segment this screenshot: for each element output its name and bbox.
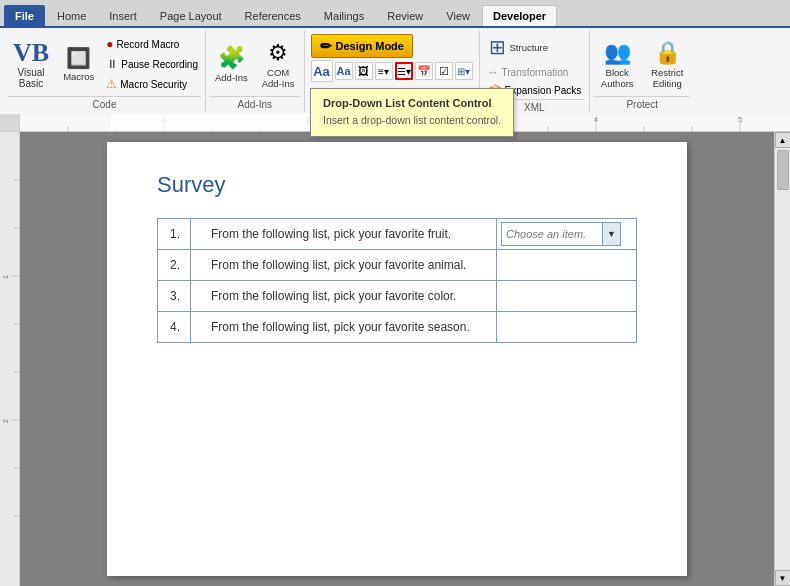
record-macro-button[interactable]: ● Record Macro — [103, 35, 201, 53]
date-ctrl-button[interactable]: 📅 — [415, 62, 433, 80]
svg-text:2: 2 — [2, 419, 9, 423]
dropdown-control[interactable]: Choose an item.▼ — [501, 222, 621, 246]
pause-recording-button[interactable]: ⏸ Pause Recording — [103, 55, 201, 73]
scroll-down-button[interactable]: ▼ — [775, 570, 791, 586]
survey-table: 1.From the following list, pick your fav… — [157, 218, 637, 343]
macros-icon: 🔲 — [66, 46, 91, 70]
block-authors-icon: 👥 — [604, 40, 631, 66]
table-row: 2.From the following list, pick your fav… — [158, 250, 637, 281]
tooltip: Drop-Down List Content Control Insert a … — [310, 88, 514, 137]
answer-cell — [497, 312, 637, 343]
structure-button[interactable]: ⊞ Structure — [484, 32, 564, 62]
vertical-scrollbar: ▲ ▼ — [774, 132, 790, 586]
question-number: 3. — [158, 281, 191, 312]
group-code: VB Visual Basic 🔲 Macros ● Record Macro … — [4, 30, 206, 112]
protect-group-label: Protect — [594, 96, 690, 110]
question-text: From the following list, pick your favor… — [191, 250, 497, 281]
dropdown-placeholder: Choose an item. — [502, 226, 602, 242]
question-number: 1. — [158, 219, 191, 250]
add-ins-icon: 🧩 — [218, 45, 245, 71]
scroll-track[interactable] — [775, 148, 790, 570]
rich-text-ctrl-button[interactable]: Aa — [311, 60, 333, 82]
com-icon: ⚙ — [268, 40, 288, 66]
design-mode-button[interactable]: ✏ Design Mode — [311, 34, 413, 58]
tab-insert[interactable]: Insert — [98, 5, 148, 26]
table-row: 1.From the following list, pick your fav… — [158, 219, 637, 250]
question-text: From the following list, pick your favor… — [191, 219, 497, 250]
com-add-ins-button[interactable]: ⚙ COM Add-Ins — [257, 37, 300, 92]
group-addins: 🧩 Add-Ins ⚙ COM Add-Ins Add-Ins — [206, 30, 305, 112]
document-page: Survey 1.From the following list, pick y… — [107, 142, 687, 576]
pause-icon: ⏸ — [106, 57, 118, 71]
svg-text:4: 4 — [594, 116, 598, 123]
tab-mailings[interactable]: Mailings — [313, 5, 375, 26]
tooltip-title: Drop-Down List Content Control — [323, 97, 501, 109]
visual-basic-label: Visual Basic — [18, 67, 45, 89]
tooltip-body: Insert a drop-down list content control. — [323, 113, 501, 128]
add-ins-button[interactable]: 🧩 Add-Ins — [210, 42, 253, 86]
dropdown-ctrl-icon: ☰▾ — [397, 66, 411, 77]
visual-basic-button[interactable]: VB Visual Basic — [8, 37, 54, 92]
plain-text-ctrl-button[interactable]: Aa — [335, 62, 353, 80]
scroll-thumb[interactable] — [777, 150, 789, 190]
tab-page-layout[interactable]: Page Layout — [149, 5, 233, 26]
design-mode-icon: ✏ — [320, 38, 332, 54]
transformation-button[interactable]: ↔ Transformation — [484, 64, 573, 80]
block-authors-button[interactable]: 👥 Block Authors — [594, 37, 640, 92]
security-icon: ⚠ — [106, 77, 117, 91]
svg-rect-22 — [0, 132, 20, 572]
scroll-up-button[interactable]: ▲ — [775, 132, 791, 148]
svg-text:5: 5 — [738, 116, 742, 123]
tab-references[interactable]: References — [234, 5, 312, 26]
document-area: 1 2 Survey 1.From the following list, pi… — [0, 132, 790, 586]
restrict-editing-icon: 🔒 — [654, 40, 681, 66]
checkbox-ctrl-button[interactable]: ☑ — [435, 62, 453, 80]
tab-developer[interactable]: Developer — [482, 5, 557, 26]
picture-ctrl-button[interactable]: 🖼 — [355, 62, 373, 80]
dropdown-arrow-button[interactable]: ▼ — [602, 223, 620, 245]
question-number: 2. — [158, 250, 191, 281]
question-number: 4. — [158, 312, 191, 343]
ruler-corner — [0, 114, 20, 131]
tab-file[interactable]: File — [4, 5, 45, 26]
ribbon-tab-bar: File Home Insert Page Layout References … — [0, 0, 790, 26]
addins-group-label: Add-Ins — [210, 96, 300, 110]
structure-icon: ⊞ — [489, 35, 506, 59]
record-icon: ● — [106, 37, 113, 51]
macro-security-button[interactable]: ⚠ Macro Security — [103, 75, 201, 93]
code-group-label: Code — [8, 96, 201, 110]
vertical-ruler: 1 2 — [0, 132, 20, 586]
survey-title: Survey — [157, 172, 637, 198]
custom-ctrl-button[interactable]: ⊞▾ — [455, 62, 473, 80]
restrict-editing-button[interactable]: 🔒 Restrict Editing — [644, 37, 690, 92]
visual-basic-icon: VB — [13, 40, 49, 66]
transformation-icon: ↔ — [488, 66, 499, 78]
question-text: From the following list, pick your favor… — [191, 281, 497, 312]
dropdown-list-ctrl-button[interactable]: ☰▾ — [395, 62, 413, 80]
question-text: From the following list, pick your favor… — [191, 312, 497, 343]
group-protect: 👥 Block Authors 🔒 Restrict Editing Prote… — [590, 30, 694, 112]
table-row: 4.From the following list, pick your fav… — [158, 312, 637, 343]
answer-cell — [497, 281, 637, 312]
svg-text:1: 1 — [2, 275, 9, 279]
combo-box-ctrl-button[interactable]: ≡▾ — [375, 62, 393, 80]
tab-view[interactable]: View — [435, 5, 481, 26]
macros-button[interactable]: 🔲 Macros — [58, 43, 99, 85]
tab-review[interactable]: Review — [376, 5, 434, 26]
table-row: 3.From the following list, pick your fav… — [158, 281, 637, 312]
answer-cell — [497, 250, 637, 281]
tab-home[interactable]: Home — [46, 5, 97, 26]
document-scroll[interactable]: Survey 1.From the following list, pick y… — [20, 132, 774, 586]
answer-cell: Choose an item.▼ — [497, 219, 637, 250]
